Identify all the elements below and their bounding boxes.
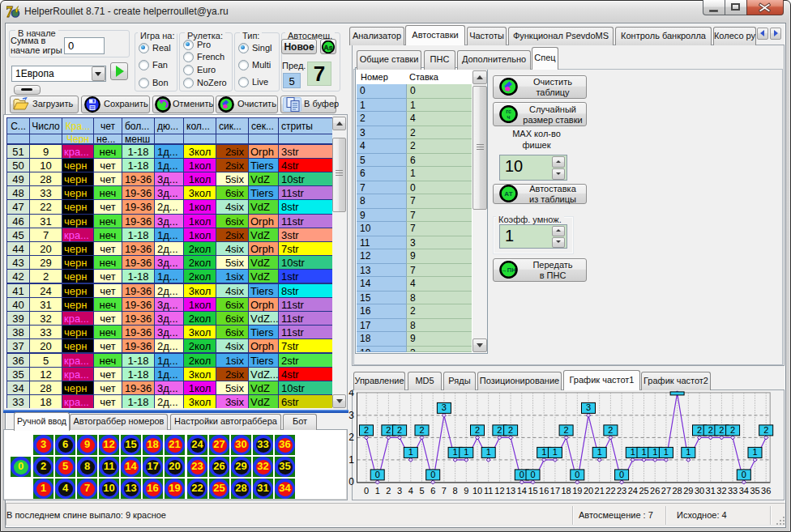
svg-text:2: 2 <box>730 425 735 435</box>
svg-text:2: 2 <box>608 425 613 435</box>
svg-text:11: 11 <box>484 486 493 496</box>
svg-text:1: 1 <box>641 447 646 457</box>
svg-text:4: 4 <box>408 486 413 496</box>
svg-text:2: 2 <box>508 425 513 435</box>
svg-text:1: 1 <box>486 447 491 457</box>
svg-text:As: As <box>323 44 333 52</box>
svg-text:1: 1 <box>541 447 546 457</box>
svg-text:1: 1 <box>752 447 757 457</box>
svg-text:1: 1 <box>631 447 635 457</box>
svg-text:16: 16 <box>539 486 549 496</box>
svg-text:19: 19 <box>572 486 582 496</box>
svg-text:2: 2 <box>564 425 569 435</box>
svg-text:15: 15 <box>528 486 537 496</box>
svg-text:АТ: АТ <box>504 190 512 198</box>
svg-text:9: 9 <box>464 486 468 496</box>
svg-text:3: 3 <box>442 402 447 412</box>
svg-text:0: 0 <box>742 470 746 479</box>
svg-text:1: 1 <box>464 447 468 457</box>
svg-text:2: 2 <box>364 425 369 435</box>
svg-text:25: 25 <box>639 486 648 496</box>
svg-text:2: 2 <box>397 425 402 435</box>
svg-text:7: 7 <box>442 486 447 496</box>
svg-text:27: 27 <box>661 486 671 496</box>
svg-text:36: 36 <box>761 486 771 496</box>
svg-text:33: 33 <box>728 486 738 496</box>
svg-text:24: 24 <box>628 486 638 496</box>
svg-text:6: 6 <box>430 486 435 496</box>
svg-text:1: 1 <box>664 447 669 457</box>
svg-text:3: 3 <box>586 402 591 412</box>
svg-text:13: 13 <box>506 486 515 496</box>
svg-text:32: 32 <box>716 486 726 496</box>
svg-text:1: 1 <box>553 447 558 457</box>
svg-text:1: 1 <box>375 486 380 496</box>
svg-text:2: 2 <box>763 425 768 435</box>
svg-text:5: 5 <box>419 486 424 496</box>
svg-text:4: 4 <box>348 390 354 398</box>
svg-text:2: 2 <box>719 425 724 435</box>
svg-text:0: 0 <box>364 486 369 496</box>
svg-text:1: 1 <box>348 454 354 466</box>
svg-text:26: 26 <box>650 486 660 496</box>
svg-text:14: 14 <box>517 486 527 496</box>
svg-text:22: 22 <box>605 486 615 496</box>
svg-text:3: 3 <box>348 410 354 421</box>
svg-text:35: 35 <box>750 486 759 496</box>
svg-text:0: 0 <box>430 470 435 479</box>
svg-text:31: 31 <box>706 486 716 496</box>
svg-text:30: 30 <box>695 486 704 496</box>
svg-text:2: 2 <box>419 425 424 435</box>
svg-text:2: 2 <box>475 425 480 435</box>
svg-text:2: 2 <box>697 425 702 435</box>
svg-text:20: 20 <box>584 486 593 496</box>
svg-text:0: 0 <box>575 470 579 479</box>
svg-text:2: 2 <box>497 425 502 435</box>
svg-text:1: 1 <box>408 447 413 457</box>
svg-text:10: 10 <box>472 486 482 496</box>
svg-text:ч: ч <box>507 114 510 120</box>
svg-text:2: 2 <box>386 486 391 496</box>
svg-text:28: 28 <box>672 486 682 496</box>
svg-text:1: 1 <box>686 447 691 457</box>
svg-text:0: 0 <box>348 476 354 487</box>
svg-text:1: 1 <box>597 447 602 457</box>
svg-text:→ПН: →ПН <box>501 266 515 274</box>
svg-text:18: 18 <box>561 486 571 496</box>
svg-text:34: 34 <box>739 486 749 496</box>
svg-text:гс: гс <box>506 109 511 114</box>
svg-text:2: 2 <box>708 425 713 435</box>
svg-text:8: 8 <box>453 486 458 496</box>
svg-text:2: 2 <box>348 432 354 443</box>
svg-text:23: 23 <box>617 486 626 496</box>
svg-text:21: 21 <box>595 486 605 496</box>
svg-text:1: 1 <box>652 447 657 457</box>
svg-text:12: 12 <box>494 486 504 496</box>
svg-text:0: 0 <box>519 470 524 479</box>
svg-text:1: 1 <box>453 447 458 457</box>
svg-text:17: 17 <box>550 486 560 496</box>
svg-text:2: 2 <box>386 425 391 435</box>
svg-text:3: 3 <box>397 486 402 496</box>
svg-text:29: 29 <box>683 486 693 496</box>
svg-text:0: 0 <box>619 470 624 479</box>
svg-text:0: 0 <box>530 470 535 479</box>
svg-text:0: 0 <box>375 470 380 479</box>
